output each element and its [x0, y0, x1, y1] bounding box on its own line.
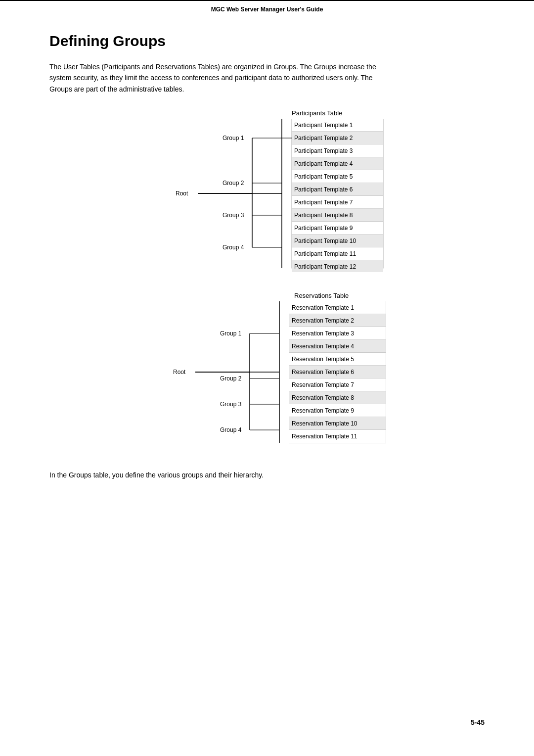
participants-diagram: Participants Table Participant Template … [49, 109, 485, 272]
svg-text:Group 2: Group 2 [222, 180, 244, 187]
svg-text:Reservation Template 1: Reservation Template 1 [292, 304, 354, 311]
participants-table-title: Participants Table [292, 109, 342, 117]
svg-text:Root: Root [173, 369, 186, 376]
svg-text:Participant Template 8: Participant Template 8 [294, 212, 353, 219]
svg-text:Participant Template 2: Participant Template 2 [294, 135, 353, 142]
svg-text:Group 3: Group 3 [220, 401, 242, 408]
svg-text:Reservation Template 10: Reservation Template 10 [292, 420, 357, 427]
header-title: MGC Web Server Manager User's Guide [211, 6, 323, 13]
svg-text:Reservation Template 2: Reservation Template 2 [292, 317, 354, 324]
svg-text:Reservation Template 4: Reservation Template 4 [292, 343, 354, 350]
reservations-diagram: Reservations Table Reservation Template … [49, 292, 485, 450]
svg-text:Participant Template 7: Participant Template 7 [294, 199, 353, 206]
svg-text:Participant Template 10: Participant Template 10 [294, 237, 356, 244]
svg-text:Reservation Template 9: Reservation Template 9 [292, 407, 354, 414]
svg-text:Participant Template 1: Participant Template 1 [294, 122, 353, 129]
svg-text:Participant Template 12: Participant Template 12 [294, 263, 356, 270]
participants-diagram-svg: Participant Template 1 Participant Templ… [138, 119, 396, 272]
svg-text:Reservation Template 5: Reservation Template 5 [292, 356, 354, 363]
page-header: MGC Web Server Manager User's Guide [0, 0, 534, 18]
svg-text:Group 2: Group 2 [220, 375, 242, 382]
intro-paragraph: The User Tables (Participants and Reserv… [49, 61, 386, 94]
svg-text:Participant Template 4: Participant Template 4 [294, 160, 353, 167]
svg-text:Group 1: Group 1 [220, 330, 242, 337]
footer-paragraph: In the Groups table, you define the vari… [49, 470, 386, 480]
page-content: Defining Groups The User Tables (Partici… [0, 23, 534, 511]
page-title: Defining Groups [49, 33, 485, 49]
svg-text:Reservation Template 6: Reservation Template 6 [292, 369, 354, 376]
svg-text:Participant Template 5: Participant Template 5 [294, 173, 353, 180]
svg-text:Group 4: Group 4 [220, 426, 242, 433]
svg-text:Participant Template 6: Participant Template 6 [294, 186, 353, 193]
reservations-table-title: Reservations Table [294, 292, 349, 299]
svg-text:Reservation Template 7: Reservation Template 7 [292, 381, 354, 388]
svg-text:Participant Template 3: Participant Template 3 [294, 147, 353, 154]
svg-text:Participant Template 9: Participant Template 9 [294, 225, 353, 232]
svg-text:Reservation Template 8: Reservation Template 8 [292, 394, 354, 401]
svg-text:Reservation Template 3: Reservation Template 3 [292, 330, 354, 337]
reservations-diagram-svg: Reservation Template 1 Reservation Templ… [136, 301, 398, 450]
svg-text:Group 1: Group 1 [222, 135, 244, 142]
svg-text:Reservation Template 11: Reservation Template 11 [292, 433, 357, 440]
page-number: 5-45 [471, 718, 485, 726]
svg-text:Group 4: Group 4 [222, 244, 244, 251]
svg-text:Group 3: Group 3 [222, 212, 244, 219]
svg-text:Root: Root [176, 190, 188, 197]
svg-text:Participant Template 11: Participant Template 11 [294, 250, 356, 257]
